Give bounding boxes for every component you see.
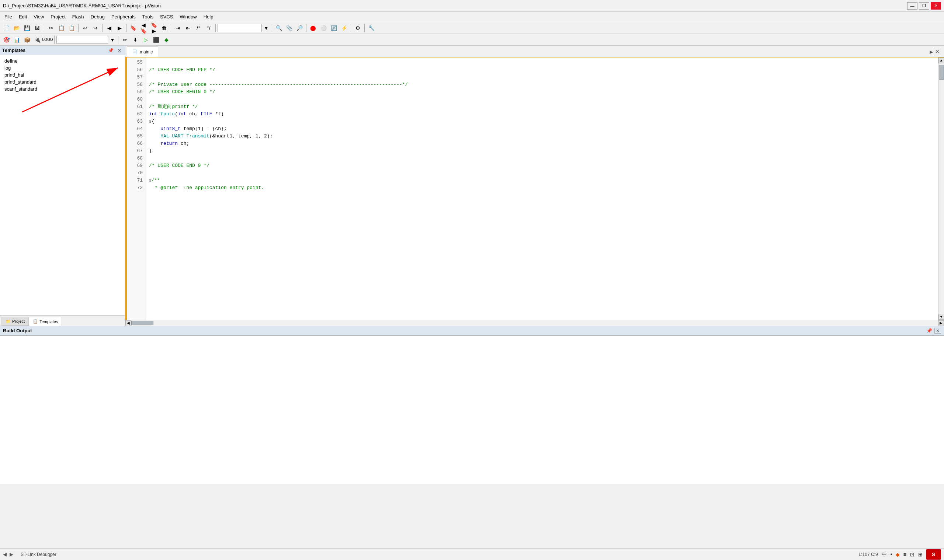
menu-item-window[interactable]: Window <box>177 13 199 20</box>
build-output-icons: 📌 ✕ <box>926 328 941 334</box>
target-options-button[interactable]: 🎯 <box>2 35 11 44</box>
menu-item-flash[interactable]: Flash <box>69 13 87 20</box>
open-button[interactable]: 📂 <box>12 23 22 32</box>
callback-input[interactable]: callback <box>217 24 262 32</box>
bookmark-prev-button[interactable]: ◀🔖 <box>139 23 148 32</box>
build-stop-button[interactable]: ⬤ <box>308 23 318 32</box>
line-num-55: 55 <box>130 59 143 66</box>
bookmark-button[interactable]: 🔖 <box>128 23 138 32</box>
left-panel-title: Templates <box>2 48 25 53</box>
status-horizontal-scroll[interactable]: ◀ <box>3 552 7 557</box>
paste-button[interactable]: 📋 <box>67 23 76 32</box>
editor-tab-main-c[interactable]: 📄 main.c <box>127 46 158 57</box>
menu-item-project[interactable]: Project <box>48 13 68 20</box>
scroll-left-button[interactable]: ◀ <box>125 320 131 326</box>
pack-button[interactable]: 📦 <box>22 35 32 44</box>
status-horizontal-scroll-right[interactable]: ▶ <box>9 552 13 557</box>
build-run-button[interactable]: ⚪ <box>319 23 328 32</box>
redo-button[interactable]: ↪ <box>91 23 100 32</box>
target-dropdown-arrow[interactable]: ▼ <box>109 35 116 44</box>
menu-item-view[interactable]: View <box>31 13 47 20</box>
load-button[interactable]: ⬇ <box>131 35 140 44</box>
menu-item-debug[interactable]: Debug <box>88 13 108 20</box>
find-in-files-button[interactable]: 🔎 <box>295 23 304 32</box>
save-all-button[interactable]: 🖫 <box>32 23 42 32</box>
h-scroll-thumb[interactable] <box>131 321 153 325</box>
menu-item-file[interactable]: File <box>2 13 15 20</box>
debug-stop-button[interactable]: ⬛ <box>151 35 161 44</box>
new-file-button[interactable]: 📄 <box>2 23 11 32</box>
find-button[interactable]: 🔍 <box>274 23 284 32</box>
options-button[interactable]: ✏ <box>120 35 130 44</box>
build-output-header: Build Output 📌 ✕ <box>0 326 944 335</box>
build-close-icon[interactable]: ✕ <box>935 328 941 334</box>
left-panel-header: Templates 📌 ✕ <box>0 46 125 55</box>
build-output-content[interactable] <box>0 335 944 484</box>
menu-item-svcs[interactable]: SVCS <box>157 13 176 20</box>
scroll-right-button[interactable]: ▶ <box>938 320 944 326</box>
left-tab-templates[interactable]: 📋Templates <box>29 317 62 326</box>
template-item-log[interactable]: log <box>3 65 122 71</box>
flash-button[interactable]: ⚡ <box>339 23 349 32</box>
code-line-67: } <box>149 148 935 155</box>
minimize-button[interactable]: — <box>907 2 918 9</box>
code-line-56: /* USER CODE END PFP */ <box>149 66 935 74</box>
build-pin-icon[interactable]: 📌 <box>926 328 932 334</box>
status-position: L:107 C:9 <box>859 552 878 557</box>
nav-forward-button[interactable]: ▶ <box>115 23 124 32</box>
menu-item-tools[interactable]: Tools <box>139 13 156 20</box>
menu-item-edit[interactable]: Edit <box>16 13 30 20</box>
close-button[interactable]: ✕ <box>931 2 941 9</box>
dropdown-arrow[interactable]: ▼ <box>262 23 270 32</box>
tab-label-project: Project <box>12 319 25 323</box>
undo-button[interactable]: ↩ <box>80 23 90 32</box>
separator-6 <box>215 24 216 32</box>
logo-button[interactable]: LOGO <box>43 35 52 44</box>
unindent-button[interactable]: ⇤ <box>183 23 193 32</box>
template-item-printf-hal[interactable]: printf_hal <box>3 71 122 78</box>
copy-button[interactable]: 📋 <box>56 23 66 32</box>
board-button[interactable]: 🔌 <box>32 35 42 44</box>
line-num-60: 60 <box>130 96 143 103</box>
scroll-thumb[interactable] <box>939 65 944 80</box>
nav-back-button[interactable]: ◀ <box>104 23 114 32</box>
scroll-up-button[interactable]: ▲ <box>938 57 944 63</box>
comment-button[interactable]: /* <box>194 23 203 32</box>
settings-button[interactable]: ⚙ <box>353 23 362 32</box>
tab-label-templates: Templates <box>39 319 58 324</box>
tab-icon: 📄 <box>133 49 137 54</box>
target-dropdown[interactable]: 04_USART <box>56 36 108 44</box>
status-bar: ◀ ▶ ST-Link Debugger L:107 C:9 中 • ◆ ≡ ⊡… <box>0 548 944 560</box>
tab-close-icon[interactable]: ✕ <box>934 48 941 55</box>
uncomment-button[interactable]: */ <box>204 23 213 32</box>
bookmark-next-button[interactable]: 🔖▶ <box>149 23 159 32</box>
code-line-64: uint8_t temp[1] = {ch}; <box>149 125 935 132</box>
wrench-button[interactable]: 🔧 <box>367 23 376 32</box>
right-panel: 📄 main.c ▶ ✕ 555657585960616263646566676… <box>125 46 944 326</box>
code-line-55 <box>149 59 935 66</box>
close-panel-icon[interactable]: ✕ <box>116 47 123 54</box>
maximize-button[interactable]: ❐ <box>919 2 929 9</box>
template-item-scanf-standard[interactable]: scanf_standard <box>3 86 122 92</box>
menu-item-peripherals[interactable]: Peripherals <box>108 13 139 20</box>
rebuild-button[interactable]: 🔄 <box>329 23 338 32</box>
horizontal-scrollbar[interactable]: ◀ ▶ <box>125 320 944 326</box>
code-line-72: * @brief The application entry point. <box>149 184 935 192</box>
vertical-scrollbar[interactable]: ▲ ▼ <box>938 57 944 320</box>
menu-item-help[interactable]: Help <box>201 13 216 20</box>
clear-bookmarks-button[interactable]: 🗑 <box>159 23 169 32</box>
template-item-printf-standard[interactable]: printf_standard <box>3 78 122 86</box>
template-item-define[interactable]: define <box>3 57 122 65</box>
cut-button[interactable]: ✂ <box>46 23 56 32</box>
browse-button[interactable]: 📎 <box>284 23 294 32</box>
save-button[interactable]: 💾 <box>22 23 32 32</box>
tab-scroll-right-icon[interactable]: ▶ <box>930 49 933 54</box>
left-tab-project[interactable]: 📁Project <box>2 317 29 326</box>
pin-icon[interactable]: 📌 <box>107 47 114 54</box>
scroll-down-button[interactable]: ▼ <box>938 314 944 320</box>
debug-button[interactable]: ▷ <box>141 35 150 44</box>
manage-button[interactable]: 📊 <box>12 35 22 44</box>
code-content[interactable]: /* USER CODE END PFP *//* Private user c… <box>146 57 938 320</box>
indent-button[interactable]: ⇥ <box>173 23 182 32</box>
debug-green-button[interactable]: ◆ <box>162 35 171 44</box>
